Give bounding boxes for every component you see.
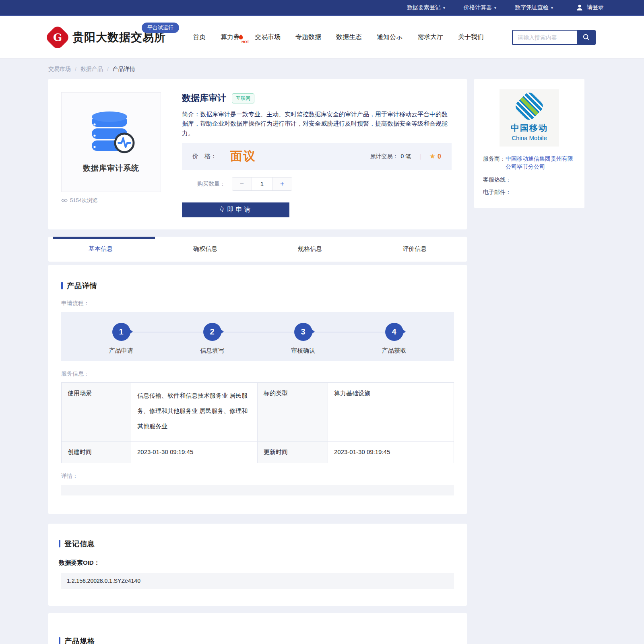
price-value: 面议 (230, 148, 256, 165)
tab-rights-info[interactable]: 确权信息 (153, 237, 258, 262)
step-label: 信息填写 (200, 347, 224, 355)
table-cell-key: 更新时间 (258, 442, 328, 463)
trial-badge: 平台试运行 (142, 23, 179, 33)
flow-step-2: 2 信息填写 (167, 312, 258, 361)
favorite-count: 0 (438, 153, 441, 160)
chevron-down-icon: ▾ (494, 6, 496, 10)
topbar-menu-digital-certificate[interactable]: 数字凭证查验 ▾ (515, 4, 553, 11)
quantity-decrease-button[interactable]: − (232, 178, 252, 190)
quantity-stepper: − + (232, 177, 292, 191)
quantity-input[interactable] (252, 178, 272, 190)
table-cell-value: 算力基础设施 (328, 383, 454, 442)
vendor-card: 中国移动 China Mobile 服务商： 中国移动通信集团贵州有限公司毕节分… (474, 79, 584, 208)
spec-section: 产品规格 规格类型 规格 规格说明 (48, 613, 467, 644)
nav-item-computing-voucher[interactable]: 算力券 HOT (221, 33, 240, 41)
breadcrumb-trading-market[interactable]: 交易市场 (48, 66, 71, 73)
product-category-tag: 互联网 (232, 93, 254, 103)
china-mobile-logo-zh: 中国移动 (511, 122, 548, 134)
provider-link[interactable]: 中国移动通信集团贵州有限公司毕节分公司 (506, 155, 576, 171)
provider-label: 服务商： (483, 155, 506, 171)
tab-spec-info[interactable]: 规格信息 (258, 237, 362, 262)
china-mobile-logo-icon (513, 90, 545, 122)
trades-value: 0 笔 (400, 153, 411, 160)
nav-item-demand-hall[interactable]: 需求大厅 (417, 33, 443, 41)
topbar-menu-price-calculator[interactable]: 价格计算器 ▾ (464, 4, 496, 11)
oid-value: 1.2.156.20028.0.1.SYZe4140 (61, 573, 454, 589)
exchange-logo-icon[interactable]: G (44, 24, 70, 50)
oid-label: 数据要素OID： (59, 559, 454, 567)
step-label: 产品申请 (109, 347, 133, 355)
star-icon[interactable]: ★ (429, 152, 436, 161)
search-box (512, 30, 596, 45)
tab-bar: 基本信息 确权信息 规格信息 评价信息 (48, 237, 467, 262)
step-number-badge: 4 (385, 323, 403, 341)
product-summary-card: 数据库审计系统 5154次浏览 数据库审计 互联网 简介：数据库审计是一款专业、… (48, 79, 467, 229)
nav-item-data-ecology[interactable]: 数据生态 (336, 33, 362, 41)
table-cell-key: 使用场景 (62, 383, 131, 442)
eye-icon (61, 198, 68, 203)
search-button[interactable] (577, 31, 595, 44)
register-heading: 登记信息 (64, 539, 95, 549)
chevron-down-icon: ▾ (443, 6, 445, 10)
section-accent-bar (61, 282, 63, 289)
detail-heading: 产品详情 (67, 281, 97, 291)
trades-label: 累计交易： (370, 153, 398, 160)
flow-step-1: 1 产品申请 (76, 312, 167, 361)
flow-label: 申请流程： (61, 300, 454, 307)
nav-item-home[interactable]: 首页 (193, 33, 206, 41)
price-label: 价 格： (192, 153, 217, 160)
view-count: 5154次浏览 (61, 197, 162, 204)
service-info-label: 服务信息： (61, 370, 454, 378)
step-label: 审核确认 (291, 347, 315, 355)
tab-review-info[interactable]: 评价信息 (362, 237, 467, 262)
flow-step-4: 4 产品获取 (349, 312, 440, 361)
step-number-badge: 3 (294, 323, 312, 341)
search-input[interactable] (513, 31, 577, 44)
topbar-menu-data-element-registration[interactable]: 数据要素登记 ▾ (407, 4, 445, 11)
nav-item-label: 算力券 (221, 33, 240, 40)
step-number-badge: 1 (112, 323, 130, 341)
spec-heading: 产品规格 (64, 636, 95, 644)
main-nav: 首页 算力券 HOT 交易市场 专题数据 数据生态 通知公示 需求大厅 关于我们 (178, 33, 484, 41)
section-accent-bar (59, 637, 60, 644)
topbar-menu-label: 价格计算器 (464, 4, 492, 11)
apply-now-button[interactable]: 立即申请 (182, 202, 289, 217)
chevron-down-icon: ▾ (551, 6, 553, 10)
breadcrumb: 交易市场 / 数据产品 / 产品详情 (48, 66, 584, 73)
nav-item-topic-data[interactable]: 专题数据 (295, 33, 321, 41)
registration-section: 登记信息 数据要素OID： 1.2.156.20028.0.1.SYZe4140 (48, 524, 467, 606)
table-cell-value: 2023-01-30 09:19:45 (131, 442, 258, 463)
product-detail-section: 产品详情 申请流程： 1 产品申请 2 信息填写 3 审核确认 4 产品获取 服… (48, 265, 467, 514)
table-cell-key: 创建时间 (62, 442, 131, 463)
nav-item-notices[interactable]: 通知公示 (377, 33, 402, 41)
header: G 贵阳大数据交易所 平台试运行 首页 算力券 HOT 交易市场 专题数据 数据… (0, 16, 644, 59)
price-bar: 价 格： 面议 累计交易： 0 笔 ｜ ★ 0 (182, 143, 452, 170)
tab-basic-info[interactable]: 基本信息 (48, 237, 153, 262)
breadcrumb-product-detail: 产品详情 (113, 66, 135, 73)
topbar: 数据要素登记 ▾ 价格计算器 ▾ 数字凭证查验 ▾ 请登录 (0, 0, 644, 16)
china-mobile-logo-en: China Mobile (512, 134, 547, 141)
breadcrumb-data-products[interactable]: 数据产品 (80, 66, 103, 73)
flow-step-3: 3 审核确认 (258, 312, 349, 361)
hot-label: HOT (242, 40, 250, 44)
service-info-table: 使用场景 信息传输、软件和信息技术服务业 居民服务、修理和其他服务业 居民服务、… (61, 382, 454, 463)
user-icon (576, 4, 584, 12)
detail-label: 详情： (61, 473, 454, 480)
step-number-badge: 2 (203, 323, 221, 341)
login-button[interactable]: 请登录 (576, 4, 604, 12)
nav-item-about-us[interactable]: 关于我们 (458, 33, 484, 41)
nav-item-trading-market[interactable]: 交易市场 (255, 33, 281, 41)
product-image: 数据库审计系统 (61, 92, 161, 192)
email-label: 电子邮件： (483, 189, 576, 196)
detail-empty-content (61, 485, 454, 495)
topbar-menu-label: 数字凭证查验 (515, 4, 549, 11)
active-tab-indicator (53, 237, 155, 239)
step-label: 产品获取 (382, 347, 406, 355)
database-icon (85, 111, 137, 156)
login-label: 请登录 (587, 4, 604, 11)
product-image-caption: 数据库审计系统 (83, 163, 139, 173)
product-intro: 简介：数据库审计是一款专业、主动、实时监控数据库安全的审计产品，用于审计移动云平… (182, 109, 452, 138)
table-cell-value: 2023-01-30 09:19:45 (328, 442, 454, 463)
product-title: 数据库审计 (182, 92, 226, 104)
quantity-increase-button[interactable]: + (272, 178, 292, 190)
